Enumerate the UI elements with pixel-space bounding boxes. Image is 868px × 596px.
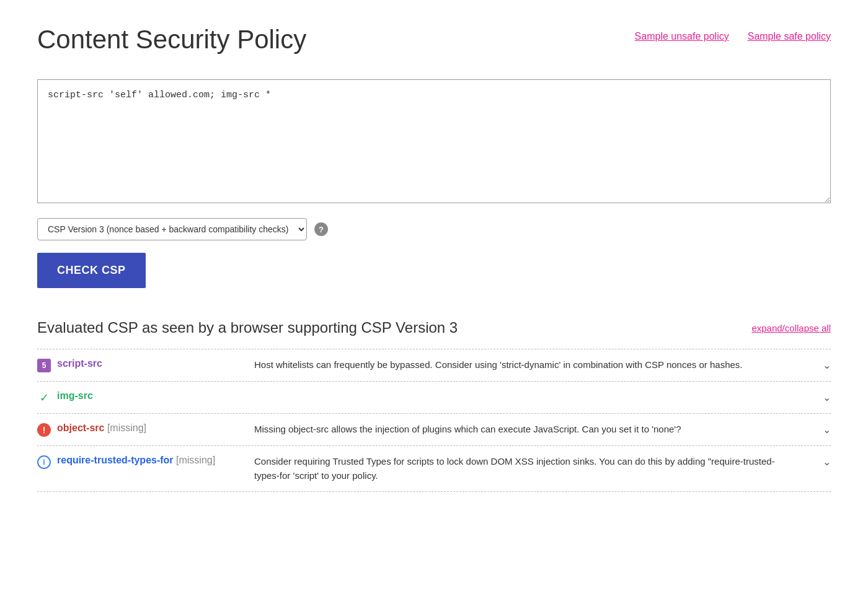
check-csp-button[interactable]: CHECK CSP	[37, 253, 146, 288]
warning-icon: 5	[37, 359, 51, 372]
csp-input-wrapper	[37, 79, 831, 206]
help-icon[interactable]: ?	[314, 222, 328, 236]
directive-name: script-src	[57, 358, 102, 369]
chevron-icon[interactable]: ⌄	[806, 390, 831, 403]
evaluated-title: Evaluated CSP as seen by a browser suppo…	[37, 319, 458, 336]
chevron-icon[interactable]: ⌄	[806, 423, 831, 436]
chevron-icon[interactable]: ⌄	[806, 455, 831, 468]
evaluated-header: Evaluated CSP as seen by a browser suppo…	[37, 319, 831, 336]
version-select[interactable]: CSP Version 1 CSP Version 2 CSP Version …	[37, 218, 307, 240]
sample-unsafe-policy-link[interactable]: Sample unsafe policy	[635, 31, 729, 42]
result-row-script-src: 5 script-src Host whitelists can frequen…	[37, 349, 831, 382]
error-icon: !	[37, 423, 51, 437]
directive-cell: 5 script-src	[37, 358, 248, 372]
expand-collapse-link[interactable]: expand/collapse all	[751, 323, 831, 333]
result-row-img-src: ✓ img-src ⌄	[37, 382, 831, 414]
csp-input[interactable]	[37, 79, 831, 203]
directive-cell: ! object-src [missing]	[37, 423, 248, 437]
directive-cell: i require-trusted-types-for [missing]	[37, 455, 248, 469]
result-row-trusted-types: i require-trusted-types-for [missing] Co…	[37, 446, 831, 492]
directive-name: img-src	[57, 390, 93, 401]
missing-label: [missing]	[176, 455, 215, 465]
header-links: Sample unsafe policy Sample safe policy	[635, 25, 831, 42]
directive-name: object-src [missing]	[57, 423, 146, 434]
directive-cell: ✓ img-src	[37, 390, 248, 405]
evaluated-section: Evaluated CSP as seen by a browser suppo…	[37, 319, 831, 492]
page-title: Content Security Policy	[37, 25, 306, 55]
description-cell: Consider requiring Trusted Types for scr…	[254, 455, 800, 483]
description-cell: Host whitelists can frequently be bypass…	[254, 358, 800, 372]
result-row-object-src: ! object-src [missing] Missing object-sr…	[37, 414, 831, 446]
check-icon: ✓	[37, 391, 51, 405]
directive-name: require-trusted-types-for [missing]	[57, 455, 215, 466]
results-list: 5 script-src Host whitelists can frequen…	[37, 349, 831, 492]
sample-safe-policy-link[interactable]: Sample safe policy	[748, 31, 831, 42]
options-row: CSP Version 1 CSP Version 2 CSP Version …	[37, 218, 831, 240]
description-cell: Missing object-src allows the injection …	[254, 423, 800, 437]
chevron-icon[interactable]: ⌄	[806, 358, 831, 371]
missing-label: [missing]	[107, 423, 146, 433]
info-icon: i	[37, 455, 51, 469]
